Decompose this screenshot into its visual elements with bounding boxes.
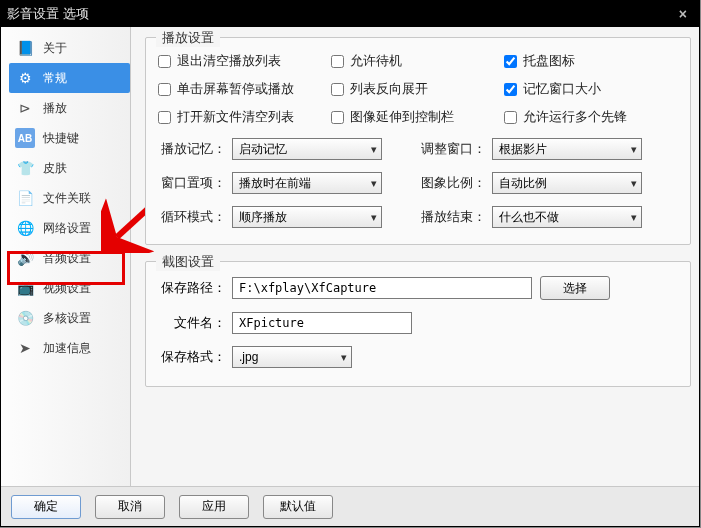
combo-on-end[interactable]: 什么也不做 xyxy=(492,206,642,228)
file-icon: 📄 xyxy=(15,188,35,208)
field-label: 调整窗口： xyxy=(418,140,486,158)
sidebar-item-video[interactable]: 📺 视频设置 xyxy=(1,273,130,303)
chk-new-clear[interactable]: 打开新文件清空列表 xyxy=(158,108,331,126)
sidebar-item-label: 视频设置 xyxy=(43,280,91,297)
close-icon[interactable]: × xyxy=(673,6,693,22)
field-label: 文件名： xyxy=(158,314,226,332)
sidebar-item-shortcut[interactable]: AB 快捷键 xyxy=(1,123,130,153)
combo-save-format[interactable]: .jpg xyxy=(232,346,352,368)
ab-icon: AB xyxy=(15,128,35,148)
checkbox-row: 单击屏幕暂停或播放 列表反向展开 记忆窗口大小 xyxy=(158,80,678,98)
combo-row: 循环模式： 顺序播放 播放结束： 什么也不做 xyxy=(158,206,678,228)
sidebar-item-audio[interactable]: 🔊 音频设置 xyxy=(1,243,130,273)
window-title: 影音设置 选项 xyxy=(7,5,89,23)
checkbox-row: 打开新文件清空列表 图像延伸到控制栏 允许运行多个先锋 xyxy=(158,108,678,126)
save-path-input[interactable] xyxy=(232,277,532,299)
group-title: 截图设置 xyxy=(156,253,220,271)
disc-icon: 💿 xyxy=(15,308,35,328)
field-label: 图象比例： xyxy=(418,174,486,192)
globe-icon: 🌐 xyxy=(15,218,35,238)
sidebar-item-accel[interactable]: ➤ 加速信息 xyxy=(1,333,130,363)
accel-icon: ➤ xyxy=(15,338,35,358)
apply-button[interactable]: 应用 xyxy=(179,495,249,519)
titlebar: 影音设置 选项 × xyxy=(1,1,699,27)
chk-allow-standby[interactable]: 允许待机 xyxy=(331,52,504,70)
filename-input[interactable] xyxy=(232,312,412,334)
combo-window-top[interactable]: 播放时在前端 xyxy=(232,172,382,194)
gear-icon: ⚙ xyxy=(15,68,35,88)
chk-click-pause[interactable]: 单击屏幕暂停或播放 xyxy=(158,80,331,98)
cancel-button[interactable]: 取消 xyxy=(95,495,165,519)
play-settings-group: 播放设置 退出清空播放列表 允许待机 托盘图标 单击屏幕暂停或播放 列表反向展开… xyxy=(145,37,691,245)
content-area: 播放设置 退出清空播放列表 允许待机 托盘图标 单击屏幕暂停或播放 列表反向展开… xyxy=(131,27,699,486)
field-label: 保存格式： xyxy=(158,348,226,366)
sidebar-item-label: 网络设置 xyxy=(43,220,91,237)
chk-multi-instance[interactable]: 允许运行多个先锋 xyxy=(504,108,677,126)
sidebar-item-multicore[interactable]: 💿 多核设置 xyxy=(1,303,130,333)
browse-button[interactable]: 选择 xyxy=(540,276,610,300)
field-label: 循环模式： xyxy=(158,208,226,226)
sidebar-item-general[interactable]: ⚙ 常规 xyxy=(9,63,130,93)
window-body: 📘 关于 ⚙ 常规 ⊳ 播放 AB 快捷键 👕 皮肤 📄 文件关联 xyxy=(1,27,699,486)
sidebar-item-label: 加速信息 xyxy=(43,340,91,357)
shirt-icon: 👕 xyxy=(15,158,35,178)
sidebar-item-skin[interactable]: 👕 皮肤 xyxy=(1,153,130,183)
chk-extend-image[interactable]: 图像延伸到控制栏 xyxy=(331,108,504,126)
chk-clear-on-exit[interactable]: 退出清空播放列表 xyxy=(158,52,331,70)
sidebar-item-label: 播放 xyxy=(43,100,67,117)
book-icon: 📘 xyxy=(15,38,35,58)
ok-button[interactable]: 确定 xyxy=(11,495,81,519)
sidebar-item-label: 文件关联 xyxy=(43,190,91,207)
sidebar-item-play[interactable]: ⊳ 播放 xyxy=(1,93,130,123)
combo-row: 窗口置项： 播放时在前端 图象比例： 自动比例 xyxy=(158,172,678,194)
sidebar-item-about[interactable]: 📘 关于 xyxy=(1,33,130,63)
sidebar-item-assoc[interactable]: 📄 文件关联 xyxy=(1,183,130,213)
combo-row: 播放记忆： 启动记忆 调整窗口： 根据影片 xyxy=(158,138,678,160)
field-label: 播放结束： xyxy=(418,208,486,226)
speaker-icon: 🔊 xyxy=(15,248,35,268)
checkbox-row: 退出清空播放列表 允许待机 托盘图标 xyxy=(158,52,678,70)
sidebar-item-network[interactable]: 🌐 网络设置 xyxy=(1,213,130,243)
combo-aspect-ratio[interactable]: 自动比例 xyxy=(492,172,642,194)
field-label: 保存路径： xyxy=(158,279,226,297)
tv-icon: 📺 xyxy=(15,278,35,298)
screenshot-settings-group: 截图设置 保存路径： 选择 文件名： 保存格式： .jpg xyxy=(145,261,691,387)
combo-play-memory[interactable]: 启动记忆 xyxy=(232,138,382,160)
group-title: 播放设置 xyxy=(156,29,220,47)
sidebar-item-label: 关于 xyxy=(43,40,67,57)
sidebar-item-label: 常规 xyxy=(43,70,67,87)
chk-tray-icon[interactable]: 托盘图标 xyxy=(504,52,677,70)
chk-remember-size[interactable]: 记忆窗口大小 xyxy=(504,80,677,98)
combo-loop-mode[interactable]: 顺序播放 xyxy=(232,206,382,228)
chk-reverse-list[interactable]: 列表反向展开 xyxy=(331,80,504,98)
sidebar-item-label: 音频设置 xyxy=(43,250,91,267)
field-label: 窗口置项： xyxy=(158,174,226,192)
play-icon: ⊳ xyxy=(15,98,35,118)
sidebar-item-label: 皮肤 xyxy=(43,160,67,177)
settings-window: 影音设置 选项 × 📘 关于 ⚙ 常规 ⊳ 播放 AB 快捷键 👕 皮肤 xyxy=(0,0,700,527)
dialog-footer: 确定 取消 应用 默认值 xyxy=(1,486,699,526)
sidebar-item-label: 多核设置 xyxy=(43,310,91,327)
sidebar: 📘 关于 ⚙ 常规 ⊳ 播放 AB 快捷键 👕 皮肤 📄 文件关联 xyxy=(1,27,131,486)
field-label: 播放记忆： xyxy=(158,140,226,158)
sidebar-item-label: 快捷键 xyxy=(43,130,79,147)
default-button[interactable]: 默认值 xyxy=(263,495,333,519)
combo-resize-window[interactable]: 根据影片 xyxy=(492,138,642,160)
